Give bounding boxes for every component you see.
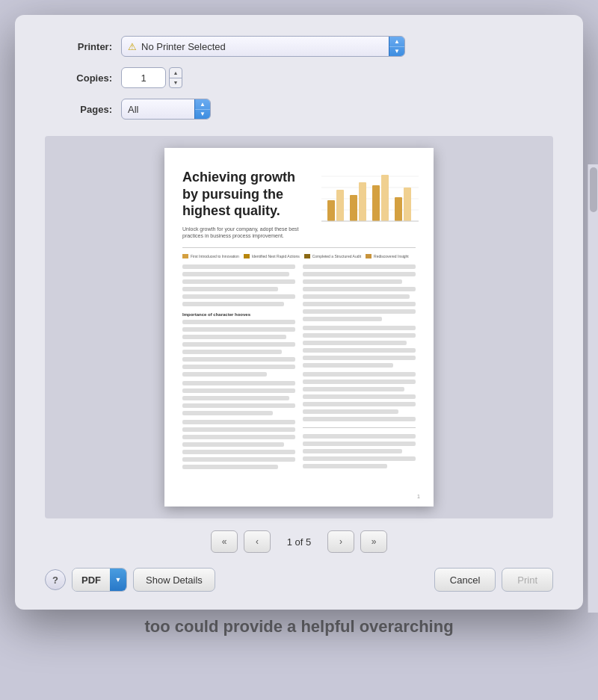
svg-rect-6 (336, 190, 344, 221)
pages-arrow-down[interactable]: ▼ (195, 110, 210, 120)
first-page-button[interactable]: « (211, 530, 238, 553)
printer-value: No Printer Selected (141, 41, 389, 52)
printer-stepper[interactable]: ▲ ▼ (389, 36, 405, 57)
printer-arrow-down[interactable]: ▼ (389, 47, 404, 57)
svg-rect-9 (372, 185, 380, 221)
page-info: 1 of 5 (277, 536, 321, 548)
text-line (182, 320, 295, 324)
preview-title: Achieving growth by pursuing the highest… (182, 169, 311, 220)
pages-select[interactable]: All ▲ ▼ (121, 99, 211, 120)
svg-rect-10 (381, 175, 389, 221)
print-button[interactable]: Print (502, 568, 553, 592)
cancel-button[interactable]: Cancel (434, 568, 496, 592)
pagination-row: « ‹ 1 of 5 › » (45, 530, 553, 553)
text-line (303, 309, 416, 314)
text-line (182, 327, 295, 332)
legend-box-4 (366, 254, 372, 258)
legend-box-1 (182, 254, 188, 258)
text-line (303, 363, 393, 368)
printer-arrow-up[interactable]: ▲ (389, 37, 404, 47)
text-line (182, 279, 295, 284)
preview-container: Achieving growth by pursuing the highest… (45, 136, 553, 518)
show-details-button[interactable]: Show Details (133, 568, 215, 592)
help-button[interactable]: ? (45, 569, 66, 590)
scrollbar[interactable] (588, 164, 598, 613)
legend-box-2 (244, 254, 250, 258)
legend-text-3: Completed a Structured Audit (312, 254, 361, 258)
svg-rect-8 (359, 182, 366, 221)
text-line (303, 449, 402, 453)
text-line (182, 457, 295, 462)
legend-item-3: Completed a Structured Audit (304, 254, 361, 258)
text-line (182, 287, 278, 291)
text-line (182, 435, 295, 439)
col-divider (303, 427, 416, 428)
printer-row: Printer: ⚠ No Printer Selected ▲ ▼ (45, 36, 553, 57)
text-line (303, 394, 416, 399)
preview-chart (321, 169, 419, 244)
text-line (303, 326, 416, 330)
text-line (303, 434, 416, 439)
bottom-page-text: too could provide a helpful overarching (129, 617, 468, 636)
preview-page-number: 1 (417, 494, 420, 499)
text-line (182, 420, 295, 424)
legend-text-2: Identified Next Rapid Actions (252, 254, 300, 258)
text-line (303, 317, 382, 321)
text-line (182, 396, 289, 400)
legend-text-4: Rediscovered Insight (374, 254, 409, 258)
text-line (303, 402, 416, 406)
next-page-button[interactable]: › (327, 530, 354, 553)
copies-stepper[interactable]: ▲ ▼ (169, 67, 182, 88)
preview-legend: First Introduced to Innovation Identifie… (182, 254, 416, 258)
text-line (182, 302, 284, 306)
text-line (182, 442, 284, 447)
preview-columns: Importance of character hooves (182, 264, 416, 472)
text-line (182, 388, 295, 393)
last-page-button[interactable]: » (360, 530, 387, 553)
svg-rect-12 (404, 188, 411, 221)
copies-label: Copies: (45, 72, 112, 84)
text-line (182, 365, 295, 369)
printer-select[interactable]: ⚠ No Printer Selected ▲ ▼ (121, 36, 405, 57)
copies-arrow-up[interactable]: ▲ (170, 68, 182, 78)
prev-page-button[interactable]: ‹ (244, 530, 271, 553)
section-title: Importance of character hooves (182, 312, 295, 317)
pages-arrow-up[interactable]: ▲ (195, 99, 210, 110)
pdf-arrow-button[interactable]: ▼ (110, 569, 126, 591)
pdf-button[interactable]: PDF (73, 569, 110, 591)
preview-col-right (303, 264, 416, 472)
text-line (182, 381, 295, 385)
pages-stepper[interactable]: ▲ ▼ (194, 99, 211, 120)
legend-item-2: Identified Next Rapid Actions (244, 254, 300, 258)
text-line (303, 380, 416, 384)
svg-rect-7 (350, 195, 357, 221)
text-line (303, 279, 402, 284)
text-line (182, 335, 286, 339)
text-line (303, 456, 416, 461)
text-line (303, 387, 404, 391)
text-line (303, 341, 407, 345)
preview-divider (182, 247, 416, 248)
text-line (303, 264, 416, 269)
text-line (303, 272, 416, 276)
copies-input[interactable] (121, 67, 166, 88)
text-line (303, 372, 416, 377)
text-line (303, 287, 416, 291)
pages-value: All (128, 104, 194, 115)
text-line (303, 348, 416, 353)
text-line (303, 333, 416, 338)
page-preview: Achieving growth by pursuing the highest… (164, 148, 434, 507)
text-line (182, 372, 267, 377)
copies-arrow-down[interactable]: ▼ (170, 78, 182, 88)
scroll-thumb[interactable] (590, 167, 597, 212)
svg-rect-5 (327, 200, 335, 221)
preview-subtitle: Unlock growth for your company, adopt th… (182, 226, 311, 241)
print-dialog: Printer: ⚠ No Printer Selected ▲ ▼ Copie… (15, 15, 583, 610)
text-line (182, 357, 295, 362)
legend-item-1: First Introduced to Innovation (182, 254, 239, 258)
text-line (303, 417, 416, 421)
text-line (303, 356, 416, 360)
text-line (182, 403, 295, 408)
text-line (182, 342, 295, 347)
legend-item-4: Rediscovered Insight (366, 254, 409, 258)
